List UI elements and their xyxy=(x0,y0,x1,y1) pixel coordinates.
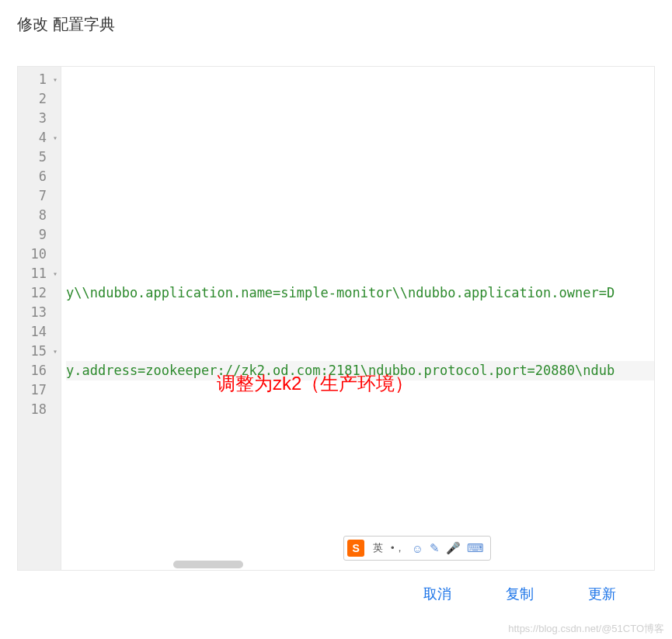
ime-toolbar[interactable]: S 英 •， ☺ ✎ 🎤 ⌨ xyxy=(343,536,491,561)
line-number: 4 xyxy=(21,128,56,148)
code-line[interactable] xyxy=(66,167,654,186)
line-number: 12 xyxy=(21,283,56,303)
line-number: 1 xyxy=(21,70,56,89)
watermark: https://blog.csdn.net/@51CTO博客 xyxy=(508,622,664,636)
sogou-logo-icon[interactable]: S xyxy=(347,540,364,557)
line-number: 6 xyxy=(21,167,56,186)
code-line[interactable] xyxy=(66,89,654,109)
code-line[interactable] xyxy=(66,206,654,225)
line-number: 7 xyxy=(21,186,56,206)
line-number: 15 xyxy=(21,342,56,361)
line-number: 9 xyxy=(21,225,56,245)
line-number: 16 xyxy=(21,361,56,380)
ime-punct[interactable]: •， xyxy=(387,541,409,555)
line-number: 13 xyxy=(21,303,56,322)
code-line[interactable] xyxy=(66,303,654,322)
code-line[interactable] xyxy=(66,342,654,361)
code-line[interactable] xyxy=(66,109,654,128)
horizontal-scrollbar[interactable] xyxy=(173,561,243,568)
code-editor[interactable]: 123456789101112131415161718 y\\ndubbo.ap… xyxy=(17,66,655,571)
line-number: 2 xyxy=(21,89,56,109)
mic-icon[interactable]: 🎤 xyxy=(443,541,464,555)
annotation-text: 调整为zk2（生产环境） xyxy=(217,373,413,393)
copy-button[interactable]: 复制 xyxy=(506,585,534,603)
code-area[interactable]: y\\ndubbo.application.name=simple-monito… xyxy=(61,67,654,570)
line-gutter: 123456789101112131415161718 xyxy=(18,67,61,570)
code-line[interactable] xyxy=(66,400,654,419)
line-number: 14 xyxy=(21,322,56,342)
line-number: 18 xyxy=(21,400,56,419)
ime-lang[interactable]: 英 xyxy=(369,541,387,555)
code-line[interactable] xyxy=(66,264,654,283)
code-line[interactable]: y\\ndubbo.application.name=simple-monito… xyxy=(66,283,654,303)
code-line[interactable] xyxy=(66,148,654,167)
code-line[interactable] xyxy=(66,225,654,245)
line-number: 11 xyxy=(21,264,56,283)
code-line[interactable] xyxy=(66,186,654,206)
code-line[interactable] xyxy=(66,128,654,148)
line-number: 5 xyxy=(21,148,56,167)
code-line[interactable] xyxy=(66,245,654,264)
cancel-button[interactable]: 取消 xyxy=(423,585,451,603)
eraser-icon[interactable]: ✎ xyxy=(427,541,443,555)
code-line[interactable] xyxy=(66,70,654,89)
smiley-icon[interactable]: ☺ xyxy=(409,542,427,555)
update-button[interactable]: 更新 xyxy=(588,585,616,603)
line-number: 8 xyxy=(21,206,56,225)
line-number: 10 xyxy=(21,245,56,264)
dialog: 修改 配置字典 123456789101112131415161718 y\\n… xyxy=(0,0,672,603)
line-number: 3 xyxy=(21,109,56,128)
line-number: 17 xyxy=(21,380,56,400)
code-line[interactable] xyxy=(66,322,654,342)
dialog-title: 修改 配置字典 xyxy=(17,14,655,35)
dialog-footer: 取消 复制 更新 xyxy=(17,571,655,603)
keyboard-icon[interactable]: ⌨ xyxy=(464,541,487,555)
